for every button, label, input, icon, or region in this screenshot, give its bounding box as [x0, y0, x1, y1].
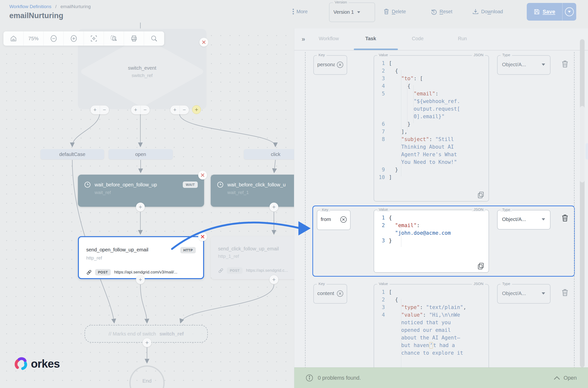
value-legend: Value: [377, 53, 390, 57]
http-node-send-open-selected[interactable]: send_open_follow_up_email HTTP http_ref …: [78, 236, 204, 279]
version-label: Version: [333, 0, 349, 4]
home-button[interactable]: [3, 31, 23, 46]
delete-row-button[interactable]: [561, 214, 570, 223]
delete-button[interactable]: Delete: [383, 8, 406, 15]
remove-case-button[interactable]: −: [180, 105, 189, 114]
panel-resize-handle[interactable]: [586, 143, 588, 159]
wait-node-title: wait_before_open_follow_up: [95, 182, 179, 188]
clear-key-button[interactable]: [340, 216, 347, 223]
close-icon: [201, 235, 205, 239]
wait-node-open[interactable]: wait_before_open_follow_up WAIT wait_ref: [78, 175, 204, 207]
remove-switch-button[interactable]: [199, 38, 208, 47]
multi-select-button[interactable]: [104, 31, 124, 46]
more-label: More: [296, 9, 308, 14]
delete-row-button[interactable]: [561, 289, 570, 298]
add-task-button[interactable]: +: [269, 275, 278, 284]
orkes-logo-mark: [14, 357, 28, 371]
add-branch-button[interactable]: +: [192, 105, 201, 114]
add-case-button[interactable]: +: [90, 105, 100, 114]
zoom-out-button[interactable]: [44, 31, 64, 46]
zoom-in-button[interactable]: [64, 31, 84, 46]
copy-icon: [477, 191, 485, 199]
add-task-button[interactable]: +: [136, 275, 145, 284]
json-editor[interactable]: 1[2 {3 "to": [4 {5 "email": "${webhook_r…: [377, 60, 487, 199]
key-input[interactable]: [317, 62, 335, 68]
type-select-personalizations[interactable]: Type Object/A...: [497, 55, 550, 75]
close-icon: [201, 173, 205, 177]
tab-code[interactable]: Code: [412, 36, 424, 42]
clear-circle-icon: [340, 216, 347, 223]
add-case-button[interactable]: +: [131, 105, 141, 114]
task-type-badge: HTTP: [180, 247, 196, 253]
more-button[interactable]: More: [293, 8, 308, 15]
http-node-url: https://api.sendgrid.c...: [246, 268, 288, 273]
key-input[interactable]: [317, 291, 335, 296]
save-button[interactable]: Save: [527, 3, 563, 21]
value-legend: Value: [377, 207, 390, 211]
value-editor-from[interactable]: Value JSON 1{2 "email": "john.doe@acme.c…: [374, 210, 489, 273]
key-input[interactable]: [321, 216, 338, 222]
json-mode-label: JSON: [472, 53, 485, 57]
case-label-defaultcase[interactable]: defaultCase: [41, 149, 104, 159]
link-icon: [86, 269, 92, 275]
print-button[interactable]: [124, 31, 144, 46]
panel-scrollbar-thumb[interactable]: [580, 106, 585, 182]
version-select[interactable]: Version Version 1: [329, 2, 375, 22]
search-button[interactable]: [144, 31, 164, 46]
remove-case-button[interactable]: −: [141, 105, 150, 114]
collapse-panel-button[interactable]: »: [302, 35, 304, 43]
value-editor-personalizations[interactable]: Value JSON 1[2 {3 "to": [4 {5 "email": "…: [374, 55, 489, 202]
switch-node[interactable]: switch_event switch_ref: [81, 37, 203, 107]
link-icon: [218, 268, 223, 273]
remove-wait-node-button[interactable]: [198, 171, 207, 180]
save-options-button[interactable]: [563, 3, 576, 21]
tab-task[interactable]: Task: [365, 36, 376, 42]
breadcrumb-parent-link[interactable]: Workflow Definitions: [9, 4, 51, 9]
search-icon: [151, 35, 157, 42]
remove-http-node-button[interactable]: [198, 232, 207, 241]
http-method-badge: POST: [95, 269, 111, 275]
panel-tabs: » Workflow Task Code Run: [294, 28, 588, 50]
page-title: emailNurturing: [9, 11, 63, 20]
type-legend: Type: [501, 208, 512, 212]
orkes-logo-text: orkes: [31, 357, 60, 370]
trash-icon: [561, 60, 569, 68]
key-legend: Key: [317, 53, 327, 57]
delete-row-button[interactable]: [561, 60, 570, 69]
info-icon: [305, 374, 313, 382]
tab-run[interactable]: Run: [458, 36, 467, 42]
clear-key-button[interactable]: [336, 290, 344, 297]
problems-text: 0 problems found.: [318, 375, 554, 381]
type-legend: Type: [501, 53, 512, 57]
download-button[interactable]: Download: [472, 8, 503, 15]
panel-scrollbar-track[interactable]: [580, 39, 585, 367]
reset-button[interactable]: Reset: [431, 8, 452, 15]
clear-key-button[interactable]: [336, 61, 344, 69]
chevron-down-icon: [568, 11, 571, 13]
save-icon: [534, 9, 540, 15]
zoom-in-icon: [70, 35, 77, 42]
json-editor[interactable]: 1{2 "email": "john.doe@acme.com3}: [377, 214, 487, 270]
remove-case-button[interactable]: −: [100, 105, 109, 114]
end-switch-ref: switch_ref: [159, 331, 184, 337]
type-select-from[interactable]: Type Object/A...: [497, 210, 550, 230]
fit-view-button[interactable]: [84, 31, 104, 46]
tab-workflow[interactable]: Workflow: [319, 36, 339, 42]
copy-button[interactable]: [477, 191, 485, 199]
chevron-up-icon: [554, 376, 560, 380]
type-select-content[interactable]: Type Object/A...: [497, 284, 550, 304]
kebab-menu-icon: [293, 8, 294, 15]
problems-open-button[interactable]: Open: [554, 375, 577, 381]
add-case-button[interactable]: +: [170, 105, 180, 114]
clock-icon: [84, 181, 91, 188]
add-task-button[interactable]: +: [136, 203, 145, 211]
version-value: Version 1: [333, 9, 354, 15]
case-label-open[interactable]: open: [109, 149, 173, 159]
add-task-button[interactable]: +: [143, 338, 152, 347]
zoom-level[interactable]: 75%: [23, 31, 44, 46]
chevron-down-icon: [542, 218, 545, 220]
add-task-button[interactable]: +: [269, 203, 278, 211]
fit-view-icon: [90, 35, 97, 42]
copy-button[interactable]: [477, 263, 485, 270]
json-mode-label: JSON: [472, 207, 485, 211]
